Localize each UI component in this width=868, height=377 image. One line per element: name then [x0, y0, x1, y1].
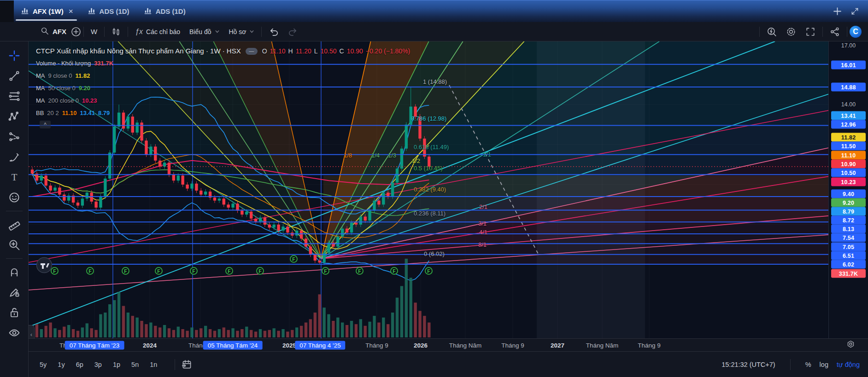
event-flag-marker[interactable]: F — [356, 267, 364, 275]
redo-button[interactable] — [283, 25, 303, 39]
indicator-row-4[interactable]: BB20 211.1013.418.79 — [36, 107, 410, 119]
go-to-date-icon[interactable] — [182, 359, 192, 370]
toolbar-right-group: C — [757, 25, 862, 39]
drawing-label[interactable]: 0.236 (8.11) — [414, 210, 446, 217]
drawing-label[interactable]: 8/1 — [478, 241, 487, 248]
drawing-label[interactable]: 0.786 (12.98) — [411, 115, 446, 122]
settings-gear-icon[interactable] — [781, 25, 801, 39]
chart-menu-button[interactable]: Biểu đồ — [185, 25, 224, 39]
event-flag-marker[interactable]: F — [86, 267, 94, 275]
undo-button[interactable] — [264, 25, 283, 39]
drawing-label[interactable]: 1/3 — [388, 152, 396, 159]
ruler-icon[interactable] — [6, 216, 23, 233]
range-button-1y[interactable]: 1y — [58, 361, 65, 368]
drawing-label[interactable]: 0.618 (11.49) — [414, 144, 449, 151]
axis-settings-icon[interactable] — [846, 340, 855, 350]
range-button-1p[interactable]: 1p — [113, 361, 120, 368]
percent-scale-button[interactable]: % — [805, 361, 811, 368]
drawing-label[interactable]: 1/4 — [371, 152, 380, 159]
bottom-right-group: 15:21:32 (UTC+7) % log tự động — [721, 359, 860, 370]
crosshair-icon[interactable] — [6, 47, 23, 64]
symbol-search-button[interactable]: AFX — [36, 25, 71, 39]
legend-collapse-button[interactable]: ^ — [40, 121, 51, 128]
svg-text:T: T — [11, 172, 17, 182]
price-axis-label: 14.00 — [829, 101, 868, 108]
price-axis-badge: 12.96 — [831, 120, 866, 129]
magnet-icon[interactable] — [6, 263, 23, 281]
compare-add-symbol-button[interactable] — [71, 27, 81, 37]
drawing-label[interactable]: 1/2 — [412, 157, 420, 164]
share-icon[interactable] — [825, 25, 845, 39]
indicator-row-2[interactable]: MA50 close 09.20 — [36, 82, 410, 94]
drawing-label[interactable]: 1/1 — [483, 151, 491, 158]
interval-button[interactable]: W — [86, 25, 102, 39]
chart-toolbar: AFX W ƒx Các chỉ báo Biểu đồ Hồ sơ — [0, 22, 868, 41]
zoom-in-icon[interactable] — [6, 236, 23, 254]
event-flag-marker[interactable]: F — [290, 255, 298, 263]
price-axis-badge: 13.41 — [831, 111, 866, 120]
price-axis-badge: 10.50 — [831, 168, 866, 177]
profile-menu-button[interactable]: Hồ sơ — [224, 25, 259, 39]
toolbar-divider — [822, 27, 823, 37]
event-flag-marker[interactable]: F — [322, 267, 329, 275]
chart-tab-1[interactable]: ADS (1D) — [81, 0, 137, 22]
hide-all-icon[interactable] — [6, 324, 23, 342]
draw-unlocked-icon[interactable] — [6, 284, 23, 301]
indicators-button[interactable]: ƒx Các chỉ báo — [130, 25, 185, 39]
fib-retracement-icon[interactable] — [6, 87, 23, 105]
close-tab-icon[interactable]: × — [69, 7, 73, 16]
range-button-5y[interactable]: 5y — [40, 361, 47, 368]
event-flag-marker[interactable]: F — [122, 267, 129, 275]
range-button-5n[interactable]: 5n — [131, 361, 139, 368]
range-button-6p[interactable]: 6p — [76, 361, 83, 368]
price-axis-badge: 331.7K — [831, 269, 866, 278]
indicator-value: 10.23 — [82, 94, 97, 107]
price-axis[interactable]: 17.0014.0016.0114.8813.4112.9611.8211.50… — [828, 41, 868, 338]
drawing-label[interactable]: 2/1 — [479, 203, 487, 210]
lock-all-icon[interactable] — [6, 304, 23, 321]
text-icon[interactable]: T — [6, 168, 23, 186]
event-flag-marker[interactable]: F — [190, 267, 198, 275]
event-flag-marker[interactable]: F — [390, 267, 398, 275]
xabcd-pattern-icon[interactable] — [6, 108, 23, 125]
indicator-row-0[interactable]: Volume - Khối lượng331.7K — [36, 57, 410, 70]
event-flag-marker[interactable]: F — [51, 267, 59, 275]
trend-line-icon[interactable] — [6, 67, 23, 85]
event-flag-marker[interactable]: F — [256, 267, 264, 275]
event-flag-marker[interactable]: F — [155, 267, 163, 275]
emoji-icon[interactable] — [6, 189, 23, 206]
chart-tab-2[interactable]: ADS (1D) — [137, 0, 193, 22]
tradingview-watermark[interactable] — [36, 257, 53, 275]
tabbar-actions — [833, 0, 868, 22]
broker-logo[interactable]: C — [850, 26, 862, 38]
drawing-label[interactable]: 0.5 (10.45) — [414, 165, 443, 172]
expand-tabs-button[interactable] — [851, 7, 859, 15]
log-scale-button[interactable]: log — [820, 361, 828, 368]
add-chart-tab-button[interactable] — [833, 7, 842, 16]
chart-style-button[interactable] — [107, 25, 125, 39]
legend-hide-button[interactable]: — — [246, 48, 258, 55]
drawing-label[interactable]: 1 (14.88) — [423, 78, 447, 85]
drawing-label[interactable]: 1/8 — [344, 152, 352, 159]
drawing-label[interactable]: 0.382 (9.40) — [414, 186, 446, 193]
event-flag-marker[interactable]: F — [425, 267, 433, 275]
auto-scale-button[interactable]: tự động — [837, 361, 860, 368]
drawing-label[interactable]: 0 (6.02) — [424, 250, 445, 257]
range-button-3p[interactable]: 3p — [94, 361, 102, 368]
time-axis[interactable]: Tháng N07 Tháng Tám '232024Tháng N05 Thá… — [29, 338, 868, 351]
forecast-icon[interactable] — [6, 128, 23, 145]
fullscreen-icon[interactable] — [801, 25, 820, 39]
event-flag-marker[interactable]: F — [225, 267, 233, 275]
drawing-label[interactable]: 4/1 — [479, 229, 487, 236]
chart-canvas[interactable]: CTCP Xuất nhập khẩu Nông sản Thực phẩm A… — [29, 41, 828, 338]
indicator-row-1[interactable]: MA9 close 011.82 — [36, 70, 410, 82]
clock[interactable]: 15:21:32 (UTC+7) — [721, 361, 775, 368]
drawing-label[interactable]: 3/1 — [478, 220, 487, 227]
indicator-row-3[interactable]: MA200 close 010.23 — [36, 94, 410, 107]
range-button-1n[interactable]: 1n — [150, 361, 157, 368]
instrument-title[interactable]: CTCP Xuất nhập khẩu Nông sản Thực phẩm A… — [36, 45, 241, 57]
sidebar-collapse-handle[interactable]: ‹ — [29, 325, 35, 338]
quick-search-icon[interactable] — [762, 25, 781, 39]
chart-tab-0[interactable]: AFX (1W)× — [14, 0, 81, 22]
brush-icon[interactable] — [6, 148, 23, 166]
